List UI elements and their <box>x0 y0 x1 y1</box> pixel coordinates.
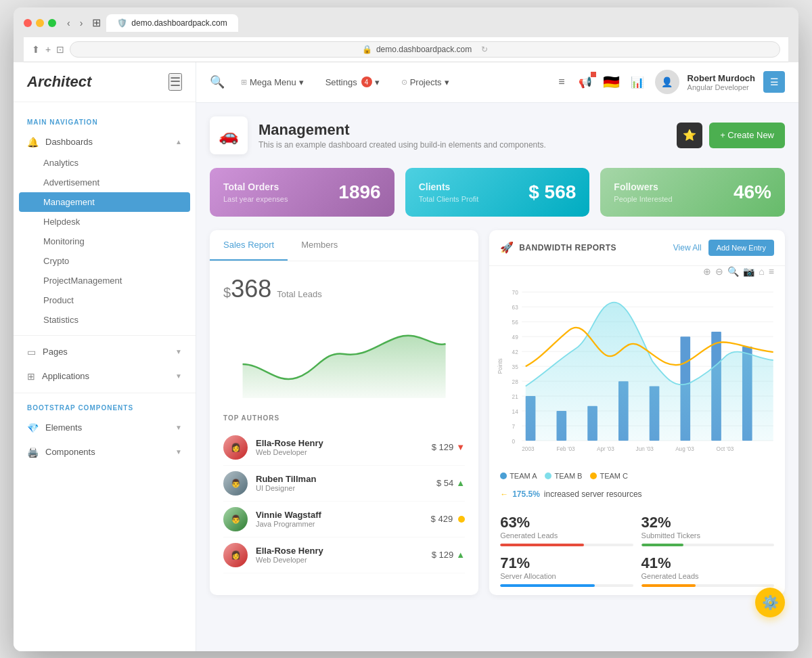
author-role-4: Web Developer <box>256 556 432 564</box>
user-info: Robert Murdoch Angular Developer <box>687 73 755 91</box>
home-chart-btn[interactable]: ⌂ <box>759 266 764 277</box>
svg-text:21: 21 <box>512 393 519 399</box>
browser-window: ‹ › ⊞ 🛡️ demo.dashboardpack.com ⬆ + ⊡ 🔒 … <box>14 7 798 651</box>
zoom-out-btn[interactable]: ⊖ <box>715 266 723 277</box>
projects-label: Projects <box>410 77 442 87</box>
author-avatar-2: 👨 <box>223 471 248 496</box>
maximize-button[interactable] <box>48 19 56 27</box>
sidebar-item-product[interactable]: Product <box>14 290 196 310</box>
stat-followers-label: Followers <box>614 181 672 192</box>
stat-orders-sublabel: Last year expenses <box>223 195 288 203</box>
search-button[interactable]: 🔍 <box>210 74 225 89</box>
arrow-left-icon: ← <box>500 489 508 499</box>
close-button[interactable] <box>24 19 32 27</box>
page-header: 🚗 Management This is an example dashboar… <box>210 116 785 154</box>
svg-text:56: 56 <box>512 319 519 325</box>
settings-badge: 4 <box>361 76 372 87</box>
nav-group-applications-header[interactable]: ⊞ Applications ▼ <box>14 366 196 387</box>
chart-legend: TEAM A TEAM B TEAM C <box>489 469 785 485</box>
sidebar-item-advertisement[interactable]: Advertisement <box>14 173 196 192</box>
sidebar: Architect ☰ MAIN NAVIGATION 🔔 Dashboards… <box>14 62 196 651</box>
browser-tab[interactable]: 🛡️ demo.dashboardpack.com <box>106 14 238 32</box>
traffic-lights <box>24 19 56 27</box>
tab-members[interactable]: Members <box>288 230 351 261</box>
svg-text:2003: 2003 <box>522 445 535 452</box>
sidebar-item-helpdesk[interactable]: Helpdesk <box>14 212 196 232</box>
nav-group-components-header[interactable]: 🖨️ Components ▼ <box>14 441 196 463</box>
settings-menu-item[interactable]: Settings 4 ▾ <box>320 74 385 90</box>
mega-menu-label: Mega Menu <box>250 77 296 87</box>
download-chart-btn[interactable]: 📷 <box>743 266 754 277</box>
author-row-3: 👨 Vinnie Wagstaff Java Programmer $ 429 <box>223 502 465 538</box>
author-row-4: 👩 Ella-Rose Henry Web Developer $ 129 ▲ <box>223 538 465 573</box>
progress-label-3: Server Allocation <box>500 572 633 580</box>
server-info: ← 175.5% increased server resources <box>489 485 785 506</box>
minimize-button[interactable] <box>36 19 44 27</box>
sidebar-item-crypto[interactable]: Crypto <box>14 251 196 271</box>
add-entry-button[interactable]: Add New Entry <box>708 240 774 256</box>
elements-icon: 💎 <box>27 422 39 433</box>
create-new-button[interactable]: + Create New <box>709 123 785 148</box>
settings-arrow: ▾ <box>375 77 380 87</box>
sidebar-toggle-button[interactable]: ⊞ <box>92 16 101 29</box>
progress-label-4: Generated Leads <box>641 572 774 580</box>
forward-button[interactable]: › <box>77 16 86 30</box>
sidebar-item-monitoring[interactable]: Monitoring <box>14 232 196 251</box>
user-role: Angular Developer <box>687 83 755 91</box>
hamburger-button[interactable]: ☰ <box>168 73 182 91</box>
tab-sales-report[interactable]: Sales Report <box>210 230 288 261</box>
view-all-button[interactable]: View All <box>673 243 702 253</box>
sidebar-item-projectmanagement[interactable]: ProjectManagement <box>14 271 196 290</box>
elements-chevron: ▼ <box>175 424 182 431</box>
trend-up-4: ▲ <box>456 550 465 560</box>
projects-arrow: ▾ <box>445 77 449 87</box>
tab-grid-icon[interactable]: ⊡ <box>56 44 64 55</box>
megaphone-button[interactable]: 📢 <box>576 73 595 91</box>
mega-menu-item[interactable]: ⊞ Mega Menu ▾ <box>235 74 309 90</box>
applications-label: Applications <box>42 371 175 381</box>
share-icon[interactable]: ⬆ <box>32 44 40 55</box>
menu-chart-btn[interactable]: ≡ <box>769 266 774 277</box>
progress-bar-fill-1 <box>500 544 584 546</box>
author-info-4: Ella-Rose Henry Web Developer <box>256 546 432 564</box>
sidebar-item-statistics[interactable]: Statistics <box>14 310 196 330</box>
main-nav-section-title: MAIN NAVIGATION <box>14 113 196 131</box>
sidebar-header: Architect ☰ <box>14 62 196 102</box>
svg-text:14: 14 <box>512 408 519 414</box>
sidebar-item-management[interactable]: Management <box>19 192 190 212</box>
dashboards-chevron: ▲ <box>175 138 182 146</box>
chart-button[interactable]: 📊 <box>628 73 647 91</box>
projects-menu-item[interactable]: ⊙ Projects ▾ <box>396 74 455 90</box>
search-chart-btn[interactable]: 🔍 <box>727 266 739 277</box>
nav-group-pages: ▭ Pages ▼ <box>14 341 196 363</box>
new-tab-icon[interactable]: + <box>45 44 51 55</box>
progress-bar-bg-4 <box>641 584 774 587</box>
stats-row: Total Orders Last year expenses 1896 Cli… <box>210 168 785 217</box>
nav-group-elements-header[interactable]: 💎 Elements ▼ <box>14 417 196 439</box>
zoom-in-btn[interactable]: ⊕ <box>703 266 711 277</box>
address-text: demo.dashboardpack.com <box>376 45 472 54</box>
reload-icon[interactable]: ↻ <box>481 45 488 54</box>
nav-group-dashboards-header[interactable]: 🔔 Dashboards ▲ <box>14 131 196 153</box>
top-nav-right: ≡ 📢 🇩🇪 📊 👤 Robert Murdoch Angular Develo… <box>556 70 785 94</box>
menu-lines-button[interactable]: ≡ <box>556 73 567 91</box>
progress-label-1: Generated Leads <box>500 531 633 540</box>
team-b-dot <box>545 473 551 479</box>
address-bar[interactable]: 🔒 demo.dashboardpack.com ↻ <box>70 41 780 58</box>
star-button[interactable]: ⭐ <box>677 123 702 148</box>
user-name: Robert Murdoch <box>687 73 755 83</box>
stat-clients-label: Clients <box>419 181 479 192</box>
settings-menu-label: Settings <box>325 77 357 87</box>
stat-clients-sublabel: Total Clients Profit <box>419 195 479 203</box>
user-icon-button[interactable]: ☰ <box>763 71 785 93</box>
nav-group-pages-header[interactable]: ▭ Pages ▼ <box>14 341 196 363</box>
sidebar-item-analytics[interactable]: Analytics <box>14 153 196 173</box>
svg-text:Points: Points <box>497 358 503 374</box>
settings-fab[interactable]: ⚙️ <box>755 588 785 617</box>
svg-text:70: 70 <box>512 290 519 296</box>
total-leads-value: $368 <box>223 275 271 303</box>
progress-bar-bg-1 <box>500 544 633 546</box>
page-title: Management <box>258 121 546 139</box>
back-button[interactable]: ‹ <box>64 16 73 30</box>
flag-icon[interactable]: 🇩🇪 <box>603 74 620 90</box>
